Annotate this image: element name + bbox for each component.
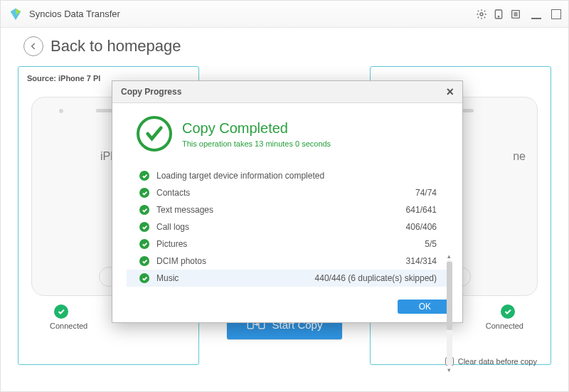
scrollbar[interactable] <box>447 260 452 366</box>
dialog-header: Copy Progress × <box>112 81 462 103</box>
scrollbar-thumb[interactable] <box>447 262 452 330</box>
device-icon[interactable] <box>493 9 504 20</box>
minimize-button[interactable] <box>527 9 546 19</box>
clear-data-label: Clear data before copy <box>458 357 537 366</box>
title-icons <box>476 9 561 20</box>
status-title: Copy Completed <box>182 120 331 137</box>
app-logo-icon <box>8 6 23 22</box>
progress-list: Loading target device information comple… <box>127 167 448 287</box>
connected-icon <box>54 304 68 319</box>
ok-button[interactable]: OK <box>398 300 452 314</box>
svg-point-0 <box>480 13 483 16</box>
connected-icon <box>501 304 515 319</box>
scroll-up-icon[interactable]: ▴ <box>445 253 452 260</box>
dialog-title: Copy Progress <box>121 87 446 97</box>
title-bar: Syncios Data Transfer <box>1 1 568 28</box>
clear-data-option: Clear data before copy <box>445 357 537 366</box>
list-item: Loading target device information comple… <box>127 167 448 184</box>
svg-point-2 <box>498 16 499 16</box>
copy-progress-dialog: Copy Progress × Copy Completed This oper… <box>112 80 463 323</box>
gear-icon[interactable] <box>476 9 487 20</box>
close-icon[interactable]: × <box>446 87 454 97</box>
maximize-button[interactable] <box>551 9 561 19</box>
breadcrumb: Back to homepage <box>1 28 568 66</box>
check-icon <box>139 239 149 249</box>
back-label: Back to homepage <box>50 37 181 55</box>
check-icon <box>139 205 149 215</box>
list-item: Music440/446 (6 duplicate(s) skipped) <box>127 270 448 287</box>
list-item: Pictures5/5 <box>127 235 448 253</box>
success-check-icon <box>137 116 172 152</box>
check-icon <box>139 273 149 283</box>
status-subtitle: This operation takes 13 minutes 0 second… <box>182 139 331 148</box>
list-item: Call logs406/406 <box>127 218 448 235</box>
app-title: Syncios Data Transfer <box>29 9 476 19</box>
dialog-footer: OK <box>112 294 462 322</box>
list-item: Text messages641/641 <box>127 201 448 218</box>
target-device-name: ne <box>513 150 537 163</box>
back-button[interactable] <box>23 36 43 56</box>
list-item: Contacts74/74 <box>127 184 448 201</box>
check-icon <box>139 188 149 198</box>
status-row: Copy Completed This operation takes 13 m… <box>124 116 451 161</box>
check-icon <box>139 171 149 181</box>
scroll-down-icon[interactable]: ▾ <box>445 367 452 374</box>
dialog-body: Copy Completed This operation takes 13 m… <box>112 103 462 294</box>
list-item: DCIM photos314/314 <box>127 253 448 270</box>
menu-icon[interactable] <box>510 9 521 20</box>
check-icon <box>139 256 149 266</box>
check-icon <box>139 222 149 232</box>
